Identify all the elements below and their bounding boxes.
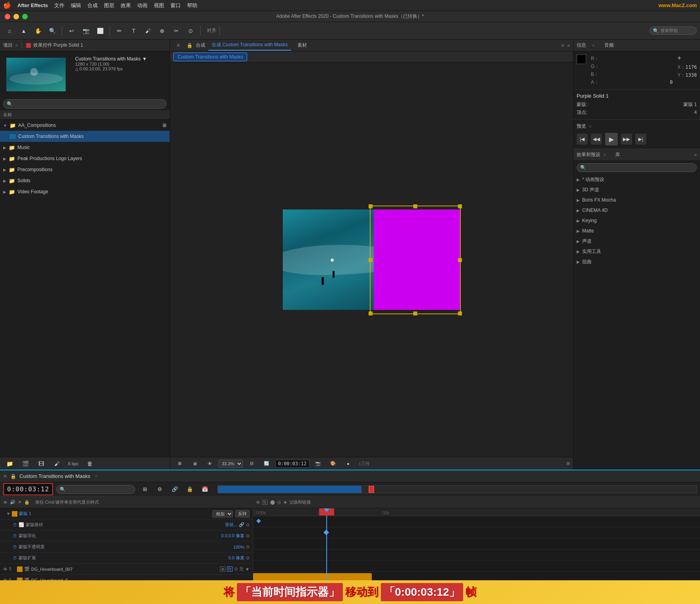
viewer-extra-btn[interactable]: ⊞ bbox=[566, 461, 570, 466]
puppet-tool[interactable]: ⊙ bbox=[184, 25, 197, 37]
menu-file[interactable]: 文件 bbox=[54, 2, 64, 9]
menu-window[interactable]: 窗口 bbox=[170, 2, 181, 9]
tl-tool-3[interactable]: 🔗 bbox=[168, 483, 181, 496]
hand-tool[interactable]: ✋ bbox=[32, 25, 44, 37]
effect-matte[interactable]: ▶ Matte bbox=[573, 226, 700, 236]
last-frame-btn[interactable]: ▶| bbox=[635, 134, 646, 145]
new-comp-btn[interactable]: 🎬 bbox=[19, 457, 32, 470]
brush-tool[interactable]: 🖌 bbox=[142, 25, 154, 37]
play-btn[interactable]: ▶ bbox=[605, 133, 618, 145]
zoom-select[interactable]: 33.3% 50% 100% bbox=[218, 460, 243, 468]
effect-boris-fx[interactable]: ▶ Boris FX Mocha bbox=[573, 195, 700, 205]
home-tool[interactable]: ⌂ bbox=[3, 25, 16, 37]
first-frame-btn[interactable]: |◀ bbox=[577, 134, 588, 145]
show-channel-btn[interactable]: ● bbox=[342, 457, 354, 470]
timeline-close-btn[interactable]: ✕ bbox=[3, 474, 7, 479]
menu-help[interactable]: 帮助 bbox=[187, 2, 197, 9]
apple-menu[interactable]: 🍎 bbox=[3, 2, 11, 9]
display-btn[interactable]: 🖥 bbox=[188, 457, 201, 470]
effect-animation-presets[interactable]: ▶ * 动画预设 bbox=[573, 174, 700, 185]
tree-item-peak[interactable]: ▶ 📁 Peak Productions Logo Layers bbox=[0, 153, 170, 164]
expand-icon[interactable]: » bbox=[567, 43, 570, 48]
prev-frame-btn[interactable]: ◀◀ bbox=[591, 134, 602, 145]
menu-after-effects[interactable]: After Effects bbox=[17, 2, 48, 8]
effects-menu-icon[interactable]: ≡ bbox=[604, 153, 606, 157]
new-folder-btn[interactable]: 📁 bbox=[3, 457, 16, 470]
effect-cinema4d[interactable]: ▶ CINEMA 4D bbox=[573, 205, 700, 215]
effect-audio[interactable]: ▶ 声道 bbox=[573, 236, 700, 246]
handle-tm[interactable] bbox=[413, 204, 417, 208]
rotate-tool[interactable]: ↩ bbox=[65, 25, 78, 37]
menu-animation[interactable]: 动画 bbox=[137, 2, 148, 9]
stopwatch-icon[interactable]: ⏱ bbox=[13, 545, 17, 549]
handle-bl[interactable] bbox=[369, 311, 373, 315]
graph-icon[interactable]: 📈 bbox=[19, 522, 24, 527]
maximize-button[interactable] bbox=[22, 14, 28, 19]
camera-tool[interactable]: 📷 bbox=[79, 25, 92, 37]
info-tab[interactable]: 信息 bbox=[577, 42, 586, 49]
invert-btn[interactable]: 反转 bbox=[235, 510, 250, 517]
chevron-down-icon[interactable]: ▼ bbox=[6, 512, 10, 516]
tl-tool-2[interactable]: ⚙ bbox=[153, 483, 166, 496]
tree-item-precomps[interactable]: ▶ 📁 Precompositions bbox=[0, 164, 170, 175]
minimize-button[interactable] bbox=[13, 14, 19, 19]
timeline-search[interactable]: 🔍 bbox=[56, 485, 135, 494]
menu-layer[interactable]: 图层 bbox=[104, 2, 114, 9]
close-tab-icon[interactable]: ✕ bbox=[173, 41, 184, 50]
stopwatch-icon[interactable]: ⏱ bbox=[13, 534, 17, 538]
tree-item-solids[interactable]: ▶ 📁 Solids bbox=[0, 175, 170, 186]
brush-btn[interactable]: 🖌 bbox=[51, 457, 63, 470]
clone-tool[interactable]: ⊕ bbox=[156, 25, 168, 37]
panel-menu-icon[interactable]: ≡ bbox=[561, 43, 564, 48]
aspect-btn[interactable]: ⊟ bbox=[245, 457, 258, 470]
tree-item-video-footage[interactable]: ▶ 📁 Video Footage bbox=[0, 186, 170, 197]
effects-expand-icon[interactable]: » bbox=[694, 152, 697, 158]
handle-bm[interactable] bbox=[413, 311, 417, 315]
effect-utility[interactable]: ▶ 实用工具 bbox=[573, 246, 700, 257]
close-button[interactable] bbox=[5, 14, 10, 19]
eye-icon[interactable]: 👁 bbox=[3, 567, 8, 572]
handle-tl[interactable] bbox=[369, 204, 373, 208]
tl-tool-5[interactable]: 📅 bbox=[199, 483, 211, 496]
effects-search[interactable]: 🔍 bbox=[577, 163, 697, 172]
search-bar[interactable]: 🔍 搜索帮助 bbox=[649, 26, 697, 35]
menu-composition[interactable]: 合成 bbox=[87, 2, 98, 9]
menu-edit[interactable]: 编辑 bbox=[71, 2, 81, 9]
viewer-timecode[interactable]: 0:00:03:12 bbox=[275, 460, 309, 468]
素材-tab[interactable]: 素材 bbox=[297, 42, 307, 49]
comp-name-tab[interactable]: Custom Transitions with Masks bbox=[173, 53, 247, 61]
timeline-menu-icon[interactable]: ≡ bbox=[95, 474, 97, 478]
current-timecode[interactable]: 0:00:03:12 bbox=[3, 483, 53, 495]
zoom-tool[interactable]: 🔍 bbox=[46, 25, 59, 37]
tl-tool-4[interactable]: 🔒 bbox=[184, 483, 196, 496]
menu-effects[interactable]: 效果 bbox=[121, 2, 131, 9]
blend-mode-select[interactable]: 相加 bbox=[212, 510, 233, 517]
footage-btn[interactable]: 🎞 bbox=[35, 457, 47, 470]
select-tool[interactable]: ▲ bbox=[17, 25, 30, 37]
tl-tool-1[interactable]: ⊞ bbox=[138, 483, 151, 496]
loop-btn[interactable]: 🔄 bbox=[260, 457, 273, 470]
text-tool[interactable]: T bbox=[127, 25, 140, 37]
tree-item-aa-compositions[interactable]: ▼ 📁 AA_Compositions ⊞ bbox=[0, 120, 170, 131]
handle-br[interactable] bbox=[458, 311, 462, 315]
delete-btn[interactable]: 🗑 bbox=[83, 457, 96, 470]
grid-btn[interactable]: ⊞ bbox=[173, 457, 186, 470]
effect-keying[interactable]: ▶ Keying bbox=[573, 215, 700, 226]
bit-depth-label[interactable]: 8 bpc bbox=[68, 461, 79, 466]
handle-tr[interactable] bbox=[458, 204, 462, 208]
viewer-tab-custom-transitions[interactable]: 合成 Custom Transitions with Masks bbox=[208, 40, 291, 51]
next-frame-btn[interactable]: ▶▶ bbox=[621, 134, 632, 145]
eye-btn[interactable]: 👁 bbox=[203, 457, 216, 470]
tree-item-music[interactable]: ▶ 📁 Music bbox=[0, 142, 170, 153]
project-search[interactable]: 🔍 bbox=[3, 99, 166, 109]
stopwatch-icon[interactable]: ⏱ bbox=[13, 523, 17, 527]
audio-tab[interactable]: 音频 bbox=[604, 42, 614, 49]
pen-tool[interactable]: ✏ bbox=[113, 25, 126, 37]
roto-tool[interactable]: ✂ bbox=[170, 25, 183, 37]
color-picker-btn[interactable]: 🎨 bbox=[327, 457, 339, 470]
effect-distort[interactable]: ▶ 扭曲 bbox=[573, 257, 700, 267]
stopwatch-icon[interactable]: ⏱ bbox=[13, 556, 17, 561]
effect-3d-channel[interactable]: ▶ 3D 声道 bbox=[573, 185, 700, 195]
tree-item-custom-transitions[interactable]: Custom Transitions with Masks bbox=[0, 131, 170, 142]
snapshot-btn[interactable]: 📷 bbox=[312, 457, 324, 470]
